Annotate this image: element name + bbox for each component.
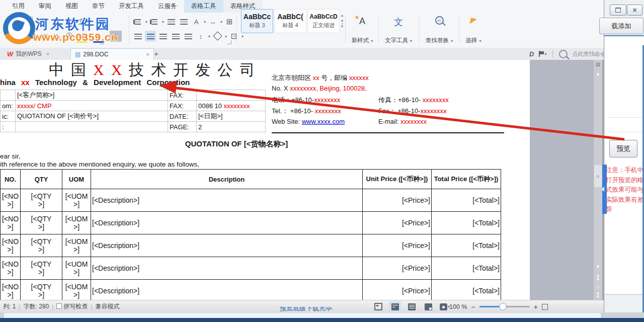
select-browse-object-icon[interactable]: ○	[594, 284, 602, 290]
cell-uom[interactable]: [<UOM>]	[62, 212, 91, 234]
cell-uom[interactable]: [<UOM>]	[62, 280, 91, 300]
text-effects-button[interactable]: A	[191, 16, 202, 27]
style-gallery-up-icon[interactable]: ▾	[341, 14, 343, 18]
line-spacing-caret-icon[interactable]: ▾	[208, 34, 210, 39]
cell-description[interactable]: [<Description>]	[91, 234, 363, 257]
justify-button[interactable]	[170, 31, 181, 42]
new-style-button[interactable]: *A 新样式 ▾	[348, 15, 376, 44]
quotation-heading[interactable]: QUOTATION OF [<货物名称>]	[0, 139, 473, 149]
command-search-hint[interactable]: 点此查找命令	[573, 50, 606, 58]
font-name-dropdown-caret[interactable]: ▾	[2, 16, 13, 27]
text-tool-button[interactable]: 文 文字工具 ▾	[382, 15, 415, 44]
cell-no[interactable]: [<NO>]	[1, 212, 21, 234]
draw-table-grid-icon[interactable]: ⊞	[224, 16, 235, 27]
previous-page-icon[interactable]: ▲▲	[594, 274, 602, 280]
decrease-indent-button[interactable]	[166, 16, 177, 27]
shading-button[interactable]	[212, 31, 223, 42]
cell-uom[interactable]: [<UOM>]	[62, 189, 91, 212]
download-addon-button[interactable]: 载添加	[599, 18, 643, 34]
reading-layout-icon[interactable]: ▤	[594, 61, 602, 67]
cell-no[interactable]: [<NO>]	[1, 189, 21, 212]
table-row[interactable]: [<NO>] [<QTY>] [<UOM>] [<Description>] […	[1, 189, 501, 212]
menu-tab-review[interactable]: 审阅	[32, 0, 58, 13]
table-row[interactable]: [<NO>] [<QTY>] [<UOM>] [<Description>] […	[1, 234, 501, 257]
paragraph-dialog-launcher-icon[interactable]	[227, 40, 231, 44]
phone-line-en[interactable]: Tel.： +86-10- xxxxxxxx Fax： +86-10-xxxxx…	[272, 107, 506, 118]
cell-no[interactable]: [<NO>]	[1, 234, 21, 257]
zoom-in-button[interactable]: +	[534, 303, 538, 311]
phone-line-cn[interactable]: 电话：+86-10-xxxxxxxx 传真：+86-10- xxxxxxxx	[272, 96, 506, 107]
info-row[interactable]: : PAGE: 2	[1, 122, 266, 132]
scroll-down-icon[interactable]: ▼	[594, 264, 602, 269]
document-scrollbar[interactable]: ▤ ▲ ≡ ▼ ▲▲ ○ ▼▼	[594, 60, 602, 300]
menu-tab-developer[interactable]: 开发工具	[112, 0, 151, 13]
superscript-button[interactable]: X²	[39, 31, 50, 42]
web-email-line[interactable]: Web Site: www.xxxx.com E-mail: xxxxxxxx	[272, 118, 506, 129]
close-tab-icon[interactable]: ×	[146, 51, 149, 57]
underline-button[interactable]: U	[14, 31, 25, 42]
document-page[interactable]: 中国XX技术开发公司 hina xx Technology & Developm…	[0, 60, 530, 300]
increase-indent-button[interactable]	[178, 16, 189, 27]
align-right-button[interactable]	[157, 31, 169, 42]
cell-unit-price[interactable]: [<Price>]	[363, 280, 432, 300]
zoom-slider[interactable]	[479, 306, 530, 307]
menu-tab-section[interactable]: 章节	[85, 0, 112, 13]
integration-icon[interactable]: D	[529, 50, 534, 58]
style-card-heading4[interactable]: AaBbC( 标题 4	[274, 9, 306, 33]
salutation-text[interactable]: ear sir,	[0, 152, 21, 160]
font-color-caret-icon[interactable]: ▾	[106, 34, 108, 39]
scroll-up-icon[interactable]: ▲	[594, 71, 602, 76]
cell-qty[interactable]: [<QTY>]	[21, 212, 62, 234]
phonetic-guide-button[interactable]: 文	[76, 16, 87, 27]
menu-tab-references[interactable]: 引用	[5, 0, 32, 13]
fit-page-button[interactable]	[542, 304, 548, 310]
zoom-slider-knob[interactable]	[499, 303, 507, 310]
address-line-en[interactable]: No. X xxxxxxxx, Beijing, 100028,	[272, 85, 506, 96]
tab-298-doc[interactable]: ▤ 298.DOC ×	[70, 48, 154, 61]
character-scale-button[interactable]: ↔	[207, 16, 218, 27]
style-gallery-down-icon[interactable]: ▾	[341, 19, 343, 23]
cell-total-price[interactable]: [<Total>]	[432, 189, 501, 212]
menu-tab-view[interactable]: 视图	[58, 0, 85, 13]
company-title-cn[interactable]: 中国XX技术开发公司	[49, 60, 262, 80]
intro-text[interactable]: ith reference to the above mentioned enq…	[0, 160, 199, 168]
cell-description[interactable]: [<Description>]	[91, 212, 363, 234]
company-title-en[interactable]: hina xx Technology & Development Corpora…	[0, 78, 190, 87]
cell-no[interactable]: [<NO>]	[1, 257, 21, 280]
company-address-block[interactable]: 北京市朝阳区 xx 号，邮编 xxxxxx No. X xxxxxxxx, Be…	[272, 73, 506, 129]
align-center-button[interactable]	[145, 31, 156, 42]
table-row[interactable]: [<NO>] [<QTY>] [<UOM>] [<Description>] […	[1, 257, 501, 280]
cell-no[interactable]: [<NO>]	[1, 280, 21, 300]
cell-unit-price[interactable]: [<Price>]	[363, 189, 432, 212]
page-view-button[interactable]	[389, 301, 401, 312]
select-button[interactable]: ◤ 选择 ▾	[462, 15, 485, 44]
scrollbar-thumb[interactable]: ≡	[594, 165, 602, 187]
new-tab-button[interactable]: +	[154, 49, 158, 58]
cell-qty[interactable]: [<QTY>]	[21, 189, 62, 212]
find-replace-button[interactable]: ab 查找替换 ▾	[423, 15, 456, 44]
cell-qty[interactable]: [<QTY>]	[21, 280, 62, 300]
info-row[interactable]: ic: QUOTATION OF [<询价号>] DATE: [<日期>]	[1, 111, 266, 122]
menu-tab-table-tools[interactable]: 表格工具	[184, 0, 223, 13]
info-row[interactable]: [<客户简称>] FAX:	[1, 90, 266, 101]
table-row[interactable]: [<NO>] [<QTY>] [<UOM>] [<Description>] […	[1, 212, 501, 234]
subscript-button[interactable]: X₂	[51, 31, 62, 42]
cell-uom[interactable]: [<UOM>]	[62, 257, 91, 280]
cell-description[interactable]: [<Description>]	[91, 257, 363, 280]
cell-uom[interactable]: [<UOM>]	[62, 234, 91, 257]
shrink-font-button[interactable]: A⁻	[51, 16, 62, 27]
strikethrough-button[interactable]: AB	[26, 31, 37, 42]
table-row[interactable]: [<NO>] [<QTY>] [<UOM>] [<Description>] […	[1, 280, 501, 300]
cell-description[interactable]: [<Description>]	[91, 280, 363, 300]
preview-button[interactable]: 预览	[609, 140, 637, 157]
numbered-list-button[interactable]	[149, 16, 160, 27]
close-tab-icon[interactable]: ×	[46, 51, 49, 57]
tab-my-wps[interactable]: W 我的WPS ×	[3, 48, 53, 59]
cell-total-price[interactable]: [<Total>]	[432, 212, 501, 234]
customer-info-table[interactable]: [<客户简称>] FAX: om: xxxxx/ CMP FAX: 0086 1…	[0, 90, 266, 132]
cell-qty[interactable]: [<QTY>]	[21, 234, 62, 257]
print-preview-button[interactable]	[422, 301, 434, 312]
address-line-cn[interactable]: 北京市朝阳区 xx 号，邮编 xxxxxx	[272, 73, 506, 85]
highlight-color-button[interactable]: ab	[76, 30, 88, 43]
bullet-caret-icon[interactable]: ▾	[145, 20, 147, 24]
